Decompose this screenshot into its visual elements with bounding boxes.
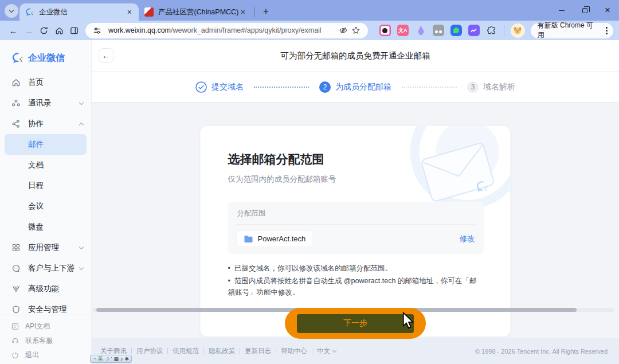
site-settings-icon[interactable] — [91, 24, 104, 37]
side-panel-icon[interactable] — [66, 23, 82, 38]
ime-lang-icon[interactable]: 英 — [97, 355, 103, 362]
address-bar[interactable]: work.weixin.qq.com/wework_admin/frame#/a… — [85, 23, 368, 38]
footer-link-privacy[interactable]: 隐私政策 — [209, 347, 235, 355]
url-host: work.weixin.qq.com — [108, 26, 171, 34]
tab-wework[interactable]: 企业微信 × — [19, 3, 139, 21]
note-text: 范围内成员将按姓名拼音自动生成 @poweract.tech 的邮箱地址，你可在… — [228, 277, 477, 296]
footer-link-rules[interactable]: 使用规范 — [173, 347, 199, 355]
back-button[interactable]: ← — [99, 48, 113, 63]
extensions-row: 文A — [379, 24, 525, 38]
footer-separator — [167, 348, 168, 354]
sidebar-item-app-management[interactable]: 应用管理 — [0, 237, 91, 258]
mouse-cursor — [401, 312, 416, 330]
mailbox-scope-card: 选择邮箱分配范围 仅为范围内的成员分配邮箱账号 分配范围 PowerAct.te… — [201, 126, 511, 336]
sidebar-item-meeting[interactable]: 会议 — [0, 196, 91, 217]
tab-close-icon[interactable]: × — [125, 7, 134, 17]
home-icon[interactable] — [52, 23, 67, 38]
translate-extension-icon[interactable]: 文A — [397, 25, 409, 36]
ime-toolbar[interactable]: ◔ 英 ☽ ’ ▦ ♪ ✱ — [90, 355, 132, 363]
modify-link[interactable]: 修改 — [460, 234, 475, 244]
sidebar-item-logout[interactable]: 退出 — [0, 348, 91, 362]
sidebar-item-drive[interactable]: 微盘 — [0, 217, 91, 237]
ime-keyboard-icon[interactable]: ▦ — [114, 355, 119, 362]
window-controls: × — [550, 0, 619, 21]
sidebar-item-advanced[interactable]: 高级功能 — [0, 279, 91, 299]
footer-separator — [312, 348, 312, 354]
chevron-up-icon — [79, 122, 84, 127]
back-icon[interactable]: ← — [6, 23, 21, 38]
sidebar-item-label: 客户与上下游 — [28, 263, 75, 273]
extensions-puzzle-icon[interactable] — [486, 25, 497, 36]
sidebar-item-api-docs[interactable]: API文档 — [0, 319, 91, 334]
ime-punct-icon[interactable]: ’ — [111, 355, 112, 362]
sidebar-item-security[interactable]: 安全与管理 — [0, 299, 91, 315]
close-button[interactable]: × — [596, 0, 619, 21]
restore-button[interactable] — [573, 0, 596, 21]
tab-search-button[interactable] — [5, 4, 18, 18]
footer-link-about[interactable]: 关于腾讯 — [100, 347, 127, 355]
collaboration-icon — [11, 119, 21, 128]
panda-extension-icon[interactable] — [433, 25, 444, 36]
contacts-icon — [11, 99, 21, 108]
chart-extension-icon[interactable] — [468, 25, 480, 36]
folder-icon — [244, 235, 253, 243]
forward-icon[interactable]: → — [21, 23, 37, 38]
profile-avatar[interactable] — [511, 24, 525, 38]
browser-window: 企业微信 × 产品社区营(ChinaPMCC)™ - – × + × ← → — [0, 0, 619, 364]
step-assign-mailbox: 2 为成员分配邮箱 — [319, 81, 391, 93]
ime-settings-icon[interactable]: ✱ — [125, 355, 130, 362]
sidebar-item-home[interactable]: 首页 — [0, 72, 91, 93]
footer-separator — [131, 348, 132, 354]
eye-off-icon[interactable] — [337, 24, 350, 37]
purple-flame-extension-icon[interactable] — [415, 25, 426, 36]
minimize-icon — [559, 10, 565, 11]
sidebar-item-calendar[interactable]: 日程 — [0, 175, 91, 196]
blue-gem-extension-icon[interactable] — [450, 25, 462, 36]
shield-icon — [11, 305, 21, 314]
menu-kebab-icon[interactable] — [604, 27, 610, 34]
step-number: 3 — [467, 81, 479, 93]
document-icon — [11, 323, 19, 331]
ime-mic-icon[interactable]: ♪ — [120, 355, 123, 362]
tab-chinapmcc[interactable]: 产品社区营(ChinaPMCC)™ - – × — [139, 3, 252, 21]
sidebar-item-docs[interactable]: 文档 — [0, 155, 91, 175]
sidebar-item-mail[interactable]: 邮件 — [5, 134, 87, 155]
new-tab-button[interactable]: + — [258, 6, 273, 17]
sidebar-item-label: 联系客服 — [25, 336, 53, 346]
ime-moon-icon[interactable]: ☽ — [104, 355, 109, 362]
footer-link-help[interactable]: 帮助中心 — [281, 347, 307, 355]
next-button[interactable]: 下一步 — [297, 314, 414, 333]
step-number: 2 — [319, 81, 331, 93]
tab-close-icon[interactable]: × — [238, 7, 248, 17]
domain-chip[interactable]: PowerAct.tech — [237, 231, 313, 246]
footer-link-changelog[interactable]: 更新日志 — [245, 347, 271, 355]
note-item: •已提交域名，你可以修改该域名的邮箱分配范围。 — [228, 263, 483, 274]
camera-gradient-extension-icon[interactable] — [379, 25, 391, 36]
minimize-button[interactable] — [550, 0, 573, 21]
step-indicator: 提交域名 2 为成员分配邮箱 3 域名解析 — [92, 72, 619, 103]
reload-icon[interactable] — [36, 23, 52, 38]
chevron-down-icon — [79, 265, 84, 269]
step-label: 域名解析 — [483, 82, 515, 92]
wework-favicon-icon — [25, 7, 34, 17]
footer-link-terms[interactable]: 用户协议 — [136, 347, 163, 355]
sidebar-bottom: API文档 联系客服 退出 — [0, 315, 91, 364]
sidebar-item-label: 退出 — [25, 350, 39, 360]
sidebar-item-collaboration[interactable]: 协作 — [0, 113, 91, 134]
sidebar-item-customers[interactable]: 客户与上下游 — [0, 258, 91, 279]
update-label: 有新版 Chrome 可用 — [538, 21, 599, 40]
sidebar-item-contacts[interactable]: 通讯录 — [0, 93, 91, 113]
tab-divider — [254, 7, 255, 17]
language-selector[interactable]: 中文 — [317, 347, 336, 355]
chat-smile-icon — [11, 264, 21, 273]
chevron-down-icon — [332, 349, 336, 353]
ime-logo-icon: ◔ — [93, 355, 96, 362]
copyright-text: © 1998 - 2026 Tencent Inc. All Rights Re… — [475, 348, 608, 355]
next-button-highlight: 下一步 — [285, 308, 426, 339]
chrome-update-button[interactable]: 有新版 Chrome 可用 — [531, 23, 613, 38]
sidebar-nav: 首页 通讯录 协作 邮件 文档 — [0, 72, 91, 315]
bookmark-star-icon[interactable] — [350, 24, 362, 37]
sidebar-item-support[interactable]: 联系客服 — [0, 334, 91, 348]
sidebar-item-label: 文档 — [28, 160, 44, 170]
step-connector — [254, 87, 309, 88]
